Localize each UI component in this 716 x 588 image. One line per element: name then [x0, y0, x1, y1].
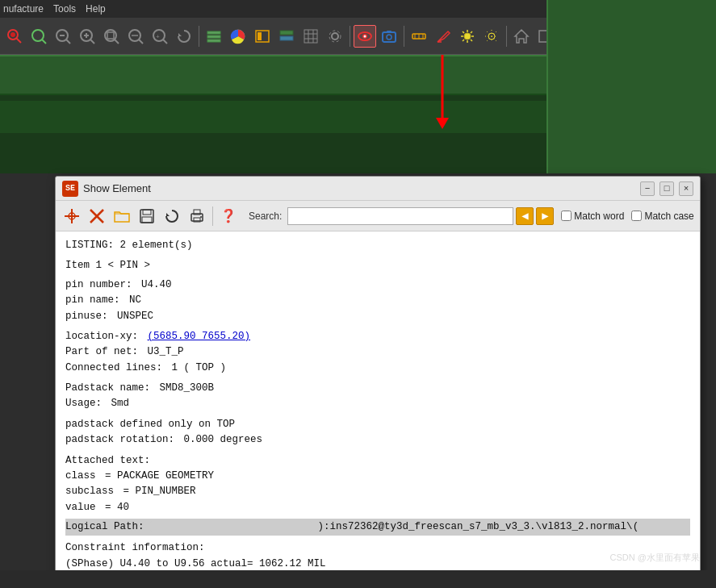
search-label: Search: — [249, 211, 282, 222]
help-icon[interactable]: ❓ — [217, 205, 240, 227]
toolbar-sep-1 — [199, 26, 199, 47]
sun-icon[interactable] — [456, 25, 479, 48]
location-link[interactable]: (5685.90 7655.20) — [148, 331, 251, 342]
location-label: location-xy: — [65, 331, 138, 342]
edit-icon[interactable] — [432, 25, 454, 48]
connlines-line: Connected lines: 1 ( TOP ) — [65, 361, 690, 376]
search-prev-button[interactable]: ◀ — [516, 207, 534, 225]
location-line: location-xy: (5685.90 7655.20) — [65, 329, 690, 344]
value-line: value = 40 — [65, 500, 690, 515]
svg-line-14 — [115, 40, 119, 44]
toolbar-sep-4 — [506, 26, 507, 47]
zoom-minus-icon[interactable] — [52, 25, 74, 48]
svg-line-56 — [463, 40, 464, 41]
save-icon[interactable] — [136, 205, 158, 227]
svg-marker-62 — [515, 30, 528, 43]
minimize-button[interactable]: − — [640, 181, 655, 196]
light-icon[interactable] — [480, 25, 503, 48]
print-icon[interactable] — [186, 205, 208, 227]
logical-path-suffix: ):ins72362@ty3d_freescan_s7_mb_v3_3.\vl8… — [318, 521, 639, 532]
folder-icon[interactable] — [111, 205, 133, 227]
logical-path-blurred — [150, 521, 312, 532]
svg-marker-79 — [166, 213, 170, 216]
padstack-name-value: SMD8_300B — [160, 382, 215, 394]
cam-icon[interactable] — [378, 25, 400, 48]
search-next-button[interactable]: ▶ — [536, 207, 554, 225]
zoom-plus-icon[interactable] — [76, 25, 98, 48]
svg-point-35 — [332, 33, 338, 40]
measure-icon[interactable] — [408, 25, 430, 48]
svg-rect-22 — [207, 31, 220, 34]
logical-path-line: Logical Path: ):ins72362@ty3d_freescan_s… — [65, 519, 690, 536]
chart-icon[interactable] — [227, 25, 249, 48]
svg-point-83 — [200, 216, 202, 218]
pcb-background: nufacture Tools Help + — [0, 0, 716, 173]
match-word-checkbox[interactable] — [561, 211, 572, 221]
match-word-label[interactable]: Match word — [574, 211, 624, 222]
menu-tools[interactable]: Tools — [53, 3, 76, 15]
usage-value: Smd — [111, 398, 130, 409]
layers-icon[interactable] — [203, 25, 225, 48]
svg-line-7 — [66, 40, 70, 44]
zoom-area-icon[interactable] — [124, 25, 147, 48]
usage-label: Usage: — [65, 398, 102, 409]
partofnet-label: Part of net: — [65, 346, 138, 357]
pin-name-label: pin name: — [65, 294, 120, 306]
eye-icon[interactable] — [354, 25, 376, 48]
svg-rect-77 — [143, 210, 151, 215]
zoom-box-icon[interactable] — [100, 25, 123, 48]
toolbar-separator — [212, 206, 213, 226]
svg-point-48 — [464, 33, 471, 40]
svg-line-54 — [471, 40, 472, 41]
svg-line-16 — [139, 40, 143, 44]
pad-rotation-label: padstack rotation: — [65, 434, 174, 445]
pad-defined-line: padstack defined only on TOP — [65, 417, 690, 432]
item1-header: Item 1 < PIN > — [65, 258, 690, 273]
refresh-icon[interactable] — [173, 25, 195, 48]
search-input[interactable] — [287, 207, 513, 225]
svg-rect-24 — [207, 40, 220, 42]
pinuse-value: UNSPEC — [117, 311, 153, 322]
restore-button[interactable]: □ — [659, 181, 674, 196]
dialog-titlebar[interactable]: SE Show Element − □ × — [56, 177, 700, 201]
menu-nufacture[interactable]: nufacture — [3, 3, 44, 15]
pin-name-line: pin name: NC — [65, 293, 690, 308]
pinuse-label: pinuse: — [65, 311, 108, 322]
pcb-right-panel — [546, 0, 716, 173]
svg-line-11 — [90, 40, 94, 44]
pad-rotation-line: padstack rotation: 0.000 degrees — [65, 432, 690, 448]
padstack-name-line: Padstack name: SMD8_300B — [65, 381, 690, 396]
cancel-icon[interactable] — [86, 205, 108, 227]
match-case-checkbox[interactable] — [631, 211, 642, 221]
dialog-app-icon: SE — [62, 181, 78, 197]
board-icon[interactable] — [251, 25, 274, 48]
svg-rect-78 — [142, 217, 152, 223]
home-icon[interactable] — [510, 25, 533, 48]
class-value: = PACKAGE GEOMETRY — [105, 470, 214, 482]
match-case-group: Match case — [631, 211, 693, 222]
spreadsheet-icon[interactable] — [299, 25, 322, 48]
settings-icon[interactable] — [324, 25, 346, 48]
toolbar-sep-2 — [350, 26, 350, 47]
svg-point-3 — [32, 30, 44, 41]
crosshair-icon[interactable] — [61, 205, 83, 227]
reload-icon[interactable] — [161, 205, 183, 227]
svg-line-55 — [471, 31, 472, 33]
status-bar — [0, 570, 716, 588]
zoom-circle-icon[interactable] — [27, 25, 50, 48]
svg-text:+: + — [156, 33, 160, 40]
stack-icon[interactable] — [275, 25, 298, 48]
svg-rect-23 — [207, 35, 220, 38]
zoom-in-icon[interactable] — [3, 25, 26, 48]
class-label: class — [65, 470, 96, 482]
value-value: = 40 — [105, 502, 129, 513]
zoom-fit-icon[interactable]: + — [149, 25, 171, 48]
pin-number-label: pin number: — [65, 279, 132, 290]
match-case-label[interactable]: Match case — [644, 211, 693, 222]
menu-help[interactable]: Help — [86, 3, 106, 15]
svg-rect-42 — [387, 31, 391, 33]
subclass-label: subclass — [65, 486, 114, 497]
pcb-strip-1 — [0, 55, 546, 95]
close-button[interactable]: × — [679, 181, 693, 196]
svg-point-1 — [10, 32, 15, 37]
